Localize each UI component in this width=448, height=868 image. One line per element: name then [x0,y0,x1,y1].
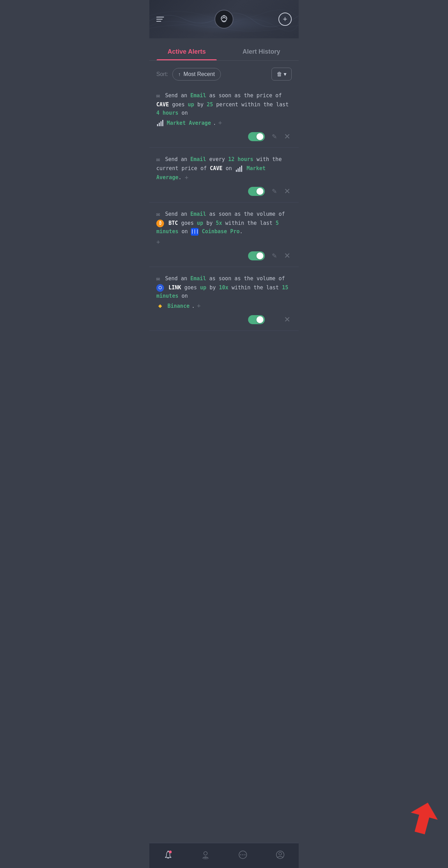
alert-toggle[interactable] [248,315,265,324]
exchange-row: ◆ Binance. + [156,301,292,311]
watchlist-icon [201,850,210,861]
alert-actions: ✎ ✕ [156,183,292,199]
more-icon [238,850,247,861]
tab-active-alerts[interactable]: Active Alerts [149,42,224,60]
app-logo [215,10,233,29]
add-condition-icon[interactable]: + [197,301,201,311]
svg-rect-5 [162,120,163,126]
profile-icon [276,850,285,861]
svg-point-17 [244,854,245,855]
alert-toggle[interactable] [248,251,265,260]
coinbase-icon: ||| [191,228,199,236]
alert-toggle[interactable] [248,132,265,141]
sort-label: Sort: [156,71,168,77]
sort-bar: Sort: ↑ Most Recent 🗑 ▾ [149,61,299,84]
svg-rect-2 [157,124,158,126]
nav-item-watchlist[interactable] [201,850,210,861]
alert-text: ✉ Send an Email as soon as the price of … [156,91,292,128]
trash-icon: 🗑 [277,71,282,77]
alert-item: ✉ Send an Email as soon as the volume of… [149,203,299,267]
svg-point-12 [169,851,172,853]
nav-item-more[interactable] [238,850,247,861]
alert-actions: ✎ ✕ [156,247,292,263]
add-condition-icon[interactable]: + [156,238,160,245]
email-icon: ✉ [156,274,160,283]
hamburger-menu[interactable] [156,17,164,22]
sort-arrow-icon: ↑ [178,71,181,77]
alert-item: ✉ Send an Email every 12 hours with the … [149,148,299,203]
svg-rect-4 [160,121,162,126]
delete-alert-icon[interactable]: ✕ [284,187,290,196]
svg-point-13 [204,852,207,855]
market-average-icon [156,119,164,127]
dropdown-arrow-icon: ▾ [284,71,286,77]
nav-item-alerts[interactable] [164,850,173,861]
svg-rect-9 [241,166,242,172]
btc-coin-icon: ₿ [156,220,164,227]
link-coin-icon: ⬡ [156,284,164,292]
email-icon: ✉ [156,155,160,164]
alert-item: ✉ Send an Email as soon as the volume of… [149,267,299,331]
alert-actions: ✎ ✕ [156,311,292,327]
nav-item-profile[interactable] [276,850,285,861]
svg-rect-8 [239,167,240,172]
email-icon: ✉ [156,91,160,100]
delete-alert-icon[interactable]: ✕ [284,251,290,260]
alert-text: ✉ Send an Email every 12 hours with the … [156,155,292,183]
alert-actions: ✎ ✕ [156,128,292,144]
alert-item: ✉ Send an Email as soon as the price of … [149,84,299,148]
svg-point-19 [279,852,282,855]
bottom-navigation [149,843,299,868]
delete-alert-icon[interactable]: ✕ [284,132,290,141]
header: + [149,0,299,38]
edit-icon[interactable]: ✎ [272,252,277,260]
add-alert-button[interactable]: + [278,13,292,26]
svg-rect-7 [238,168,239,172]
tab-bar: Active Alerts Alert History [149,42,299,61]
delete-alert-icon[interactable]: ✕ [284,315,290,324]
alert-text: ✉ Send an Email as soon as the volume of… [156,274,292,311]
email-icon: ✉ [156,210,160,219]
svg-rect-3 [159,123,160,126]
bell-icon [164,850,173,861]
svg-point-16 [242,854,243,855]
alert-text: ✉ Send an Email as soon as the volume of… [156,210,292,247]
alert-toggle[interactable] [248,187,265,196]
market-average-icon [235,165,243,173]
tab-alert-history[interactable]: Alert History [224,42,299,60]
exchange-row: Market Average. + [156,118,292,128]
svg-point-11 [167,851,169,852]
add-condition-icon[interactable]: + [185,174,188,181]
add-condition-icon[interactable]: + [218,118,222,128]
menu-icon[interactable] [156,17,164,22]
sort-button[interactable]: ↑ Most Recent [172,68,221,81]
svg-rect-6 [236,170,237,172]
delete-button[interactable]: 🗑 ▾ [271,68,292,81]
edit-icon[interactable]: ✎ [272,188,277,195]
edit-icon[interactable]: ✎ [272,133,277,140]
binance-icon: ◆ [156,302,164,310]
add-icon[interactable]: + [278,13,292,26]
svg-point-15 [240,854,241,855]
